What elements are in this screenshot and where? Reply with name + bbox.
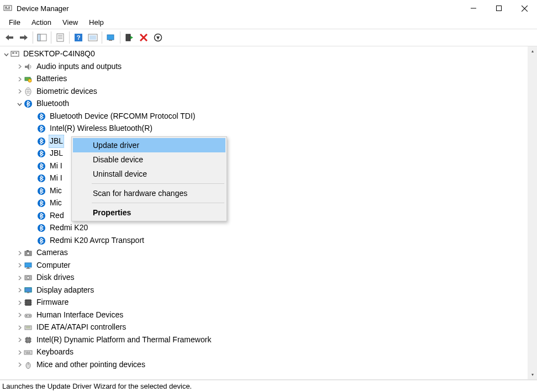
- expand-toggle[interactable]: [15, 348, 23, 356]
- category-item[interactable]: Bluetooth: [0, 98, 528, 110]
- device-item[interactable]: Intel(R) Wireless Bluetooth(R): [0, 123, 528, 135]
- item-label[interactable]: Firmware: [35, 296, 70, 309]
- context-menu-item[interactable]: Disable device: [73, 152, 225, 167]
- item-label[interactable]: Keyboards: [35, 346, 75, 358]
- show-hide-console-button[interactable]: [35, 30, 49, 45]
- category-item[interactable]: Computer: [0, 259, 528, 272]
- item-label[interactable]: JBL: [49, 147, 64, 160]
- svg-rect-14: [57, 34, 64, 41]
- category-item[interactable]: Display adapters: [0, 284, 528, 297]
- item-label[interactable]: IDE ATA/ATAPI controllers: [35, 321, 127, 333]
- item-label[interactable]: Cameras: [35, 247, 69, 259]
- item-label[interactable]: Disk drives: [35, 272, 75, 284]
- category-item[interactable]: Batteries: [0, 73, 528, 86]
- category-item[interactable]: Firmware: [0, 296, 528, 309]
- context-menu-separator: [92, 183, 224, 184]
- toolbar-separator: [33, 31, 33, 44]
- category-item[interactable]: Disk drives: [0, 272, 528, 284]
- help-button[interactable]: ?: [71, 30, 86, 45]
- category-item[interactable]: Biometric devices: [0, 86, 528, 98]
- scan-hardware-button[interactable]: [86, 30, 100, 45]
- expand-toggle[interactable]: [15, 299, 23, 306]
- item-label[interactable]: Redmi K20 Avrcp Transport: [49, 235, 145, 247]
- item-label[interactable]: Intel(R) Dynamic Platform and Thermal Fr…: [35, 334, 212, 346]
- expand-toggle[interactable]: [15, 262, 23, 269]
- category-item[interactable]: Human Interface Devices: [0, 309, 528, 322]
- svg-rect-32: [15, 52, 17, 54]
- maximize-button[interactable]: [486, 0, 512, 17]
- expand-toggle[interactable]: [15, 63, 23, 71]
- item-label[interactable]: Human Interface Devices: [35, 309, 124, 321]
- category-item[interactable]: DESKTOP-C4IN8Q0: [0, 48, 528, 61]
- svg-text:?: ?: [77, 34, 81, 41]
- close-button[interactable]: [512, 0, 537, 17]
- disable-device-button[interactable]: [151, 30, 165, 45]
- toolbar-separator: [102, 31, 102, 44]
- scroll-down-button[interactable]: ▾: [528, 370, 537, 379]
- item-label[interactable]: Bluetooth: [35, 98, 70, 110]
- device-item[interactable]: Redmi K20 Avrcp Transport: [0, 235, 528, 247]
- expand-toggle[interactable]: [2, 50, 10, 58]
- svg-rect-30: [11, 51, 19, 56]
- expand-toggle[interactable]: [15, 324, 23, 331]
- item-label[interactable]: Batteries: [35, 73, 68, 85]
- item-label[interactable]: Mic: [49, 185, 63, 197]
- item-label[interactable]: Computer: [35, 259, 71, 272]
- item-label[interactable]: Bluetooth Device (RFCOMM Protocol TDI): [49, 110, 196, 123]
- minimize-button[interactable]: [461, 0, 486, 17]
- back-button[interactable]: [2, 30, 17, 45]
- expand-toggle: [29, 212, 36, 220]
- context-menu-item[interactable]: Uninstall device: [73, 167, 225, 181]
- context-menu-item[interactable]: Properties: [73, 205, 225, 220]
- expand-toggle[interactable]: [15, 75, 23, 83]
- expand-toggle[interactable]: [15, 287, 23, 294]
- device-item[interactable]: Bluetooth Device (RFCOMM Protocol TDI): [0, 110, 528, 123]
- menu-action[interactable]: Action: [26, 18, 57, 29]
- scroll-up-button[interactable]: ▴: [528, 46, 537, 56]
- expand-toggle[interactable]: [15, 100, 23, 108]
- item-label[interactable]: Intel(R) Wireless Bluetooth(R): [49, 123, 154, 135]
- expand-toggle[interactable]: [15, 88, 23, 96]
- item-label[interactable]: Audio inputs and outputs: [35, 61, 123, 73]
- context-menu[interactable]: Update driverDisable deviceUninstall dev…: [71, 136, 227, 221]
- expand-toggle[interactable]: [15, 336, 23, 344]
- category-item[interactable]: Audio inputs and outputs: [0, 61, 528, 73]
- forward-button[interactable]: [17, 30, 31, 45]
- category-item[interactable]: Keyboards: [0, 346, 528, 359]
- expand-toggle[interactable]: [15, 274, 23, 282]
- vertical-scrollbar[interactable]: ▴ ▾: [528, 46, 537, 379]
- menu-view[interactable]: View: [57, 18, 83, 29]
- bluetooth-icon: [36, 161, 46, 171]
- expand-toggle[interactable]: [15, 311, 23, 319]
- computer-icon: [10, 49, 20, 59]
- item-label[interactable]: Red: [49, 210, 65, 222]
- scroll-track[interactable]: [528, 56, 537, 370]
- category-item[interactable]: Cameras: [0, 247, 528, 259]
- uninstall-device-button[interactable]: [136, 30, 151, 45]
- category-item[interactable]: Mice and other pointing devices: [0, 359, 528, 372]
- item-label[interactable]: Biometric devices: [35, 86, 98, 98]
- item-label[interactable]: Mi I: [49, 160, 64, 172]
- category-item[interactable]: IDE ATA/ATAPI controllers: [0, 321, 528, 334]
- item-label[interactable]: Mic: [49, 197, 63, 209]
- enable-device-button[interactable]: [122, 30, 136, 45]
- item-label[interactable]: JBL: [49, 135, 64, 148]
- device-item[interactable]: Redmi K20: [0, 222, 528, 235]
- category-item[interactable]: Intel(R) Dynamic Platform and Thermal Fr…: [0, 334, 528, 347]
- context-menu-item[interactable]: Update driver: [73, 138, 225, 152]
- properties-button[interactable]: [53, 30, 67, 45]
- expand-toggle[interactable]: [15, 249, 23, 257]
- svg-rect-83: [24, 351, 32, 354]
- item-label[interactable]: Mice and other pointing devices: [35, 359, 146, 371]
- menu-help[interactable]: Help: [83, 18, 109, 29]
- item-label[interactable]: DESKTOP-C4IN8Q0: [22, 48, 96, 60]
- context-menu-item[interactable]: Scan for hardware changes: [73, 186, 225, 200]
- expand-toggle[interactable]: [15, 361, 23, 369]
- svg-rect-60: [27, 292, 29, 293]
- menu-file[interactable]: File: [3, 18, 26, 29]
- item-label[interactable]: Redmi K20: [49, 222, 89, 234]
- item-label[interactable]: Mi I: [49, 172, 64, 184]
- item-label[interactable]: Display adapters: [35, 284, 95, 296]
- update-driver-button[interactable]: [104, 30, 118, 45]
- hid-icon: [23, 310, 33, 320]
